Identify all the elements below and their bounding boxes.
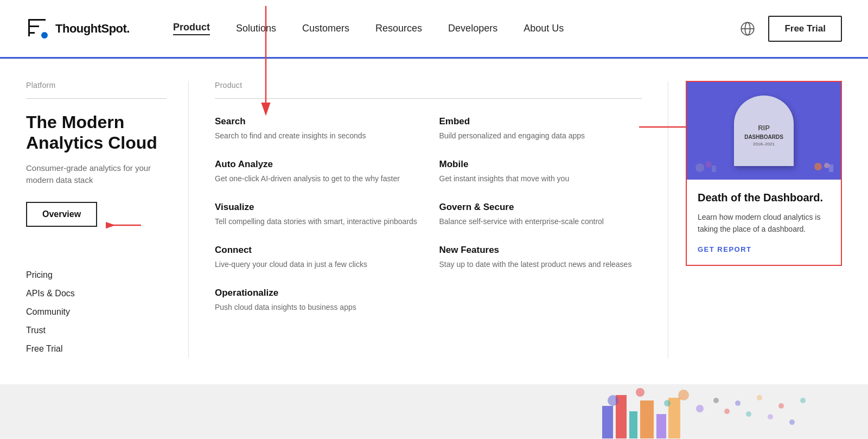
nav-developers[interactable]: Developers xyxy=(448,23,497,34)
svg-point-30 xyxy=(696,405,704,412)
svg-rect-2 xyxy=(28,26,39,27)
side-link-apis[interactable]: APIs & Docs xyxy=(26,289,167,298)
product-item-search[interactable]: Search Search to find and create insight… xyxy=(215,116,418,142)
svg-point-32 xyxy=(724,409,730,414)
nav-resources[interactable]: Resources xyxy=(375,23,422,34)
middle-panel: Product Search Search to find and create… xyxy=(189,81,668,358)
product-item-mobile-title: Mobile xyxy=(439,159,642,170)
product-item-embed-desc: Build personalized and engaging data app… xyxy=(439,130,642,142)
navbar-right: Free Trial xyxy=(740,16,842,42)
bottom-decorations xyxy=(597,384,814,438)
svg-point-37 xyxy=(778,403,784,409)
product-label: Product xyxy=(215,81,642,90)
svg-point-14 xyxy=(695,163,704,172)
svg-point-27 xyxy=(636,388,644,397)
tombstone-dates: 2018–2021 xyxy=(753,142,775,147)
product-item-new-features[interactable]: New Features Stay up to date with the la… xyxy=(439,245,642,270)
svg-rect-23 xyxy=(640,400,654,438)
product-item-operationalize[interactable]: Operationalize Push cloud data insights … xyxy=(215,288,418,313)
navbar-nav: Product Solutions Customers Resources De… xyxy=(173,22,740,35)
free-trial-button[interactable]: Free Trial xyxy=(768,16,842,42)
platform-subtitle: Consumer-grade analytics for your modern… xyxy=(26,162,167,187)
nav-solutions[interactable]: Solutions xyxy=(236,23,276,34)
overview-row: Overview xyxy=(26,202,167,249)
svg-point-34 xyxy=(746,411,751,417)
svg-rect-3 xyxy=(28,32,35,34)
tombstone-dash: DASHBOARDS xyxy=(744,134,783,141)
svg-point-38 xyxy=(789,419,795,425)
product-item-govern-title: Govern & Secure xyxy=(439,202,642,213)
svg-point-31 xyxy=(713,398,719,403)
product-item-auto-analyze[interactable]: Auto Analyze Get one-click AI-driven ana… xyxy=(215,159,418,184)
logo-icon xyxy=(26,17,50,41)
navbar: ThoughtSpot. Product Solutions Customers… xyxy=(0,0,868,59)
side-link-trust[interactable]: Trust xyxy=(26,326,167,335)
product-item-visualize[interactable]: Visualize Tell compelling data stories w… xyxy=(215,202,418,227)
svg-point-28 xyxy=(664,400,671,406)
product-item-new-features-title: New Features xyxy=(439,245,642,256)
right-panel: RIP DASHBOARDS 2018–2021 xyxy=(668,81,842,358)
arrow-left-annotation xyxy=(106,219,144,232)
product-item-auto-analyze-desc: Get one-click AI-driven analysis to get … xyxy=(215,173,418,184)
svg-rect-1 xyxy=(28,19,46,21)
svg-point-4 xyxy=(41,32,48,39)
svg-point-36 xyxy=(768,414,773,419)
deco-right xyxy=(813,157,834,175)
overview-button[interactable]: Overview xyxy=(26,202,97,227)
side-link-free-trial[interactable]: Free Trial xyxy=(26,344,167,354)
platform-label: Platform xyxy=(26,81,167,90)
bottom-area xyxy=(0,384,868,438)
logo-text: ThoughtSpot. xyxy=(55,22,130,36)
card-desc: Learn how modern cloud analytics is taki… xyxy=(698,211,830,236)
nav-about[interactable]: About Us xyxy=(524,23,564,34)
svg-rect-22 xyxy=(629,411,637,438)
svg-rect-20 xyxy=(602,406,613,438)
svg-rect-19 xyxy=(829,164,833,172)
deco-left xyxy=(695,157,717,175)
svg-point-15 xyxy=(705,161,712,168)
nav-product[interactable]: Product xyxy=(173,22,210,35)
svg-rect-16 xyxy=(712,166,716,172)
svg-point-18 xyxy=(824,163,829,168)
globe-icon[interactable] xyxy=(740,21,755,36)
svg-point-29 xyxy=(678,390,689,400)
product-item-govern-desc: Balance self-service with enterprise-sca… xyxy=(439,216,642,227)
product-item-search-title: Search xyxy=(215,116,418,127)
card-container: RIP DASHBOARDS 2018–2021 xyxy=(686,81,842,266)
product-item-auto-analyze-title: Auto Analyze xyxy=(215,159,418,170)
product-item-embed-title: Embed xyxy=(439,116,642,127)
page-wrapper: ThoughtSpot. Product Solutions Customers… xyxy=(0,0,868,438)
product-item-operationalize-desc: Push cloud data insights to business app… xyxy=(215,302,418,313)
platform-title: The Modern Analytics Cloud xyxy=(26,112,167,154)
panel-divider xyxy=(26,98,167,99)
tombstone: RIP DASHBOARDS 2018–2021 xyxy=(734,96,794,166)
get-report-link[interactable]: GET REPORT xyxy=(698,245,752,253)
product-item-visualize-desc: Tell compelling data stories with smart,… xyxy=(215,216,418,227)
card-image: RIP DASHBOARDS 2018–2021 xyxy=(687,82,841,180)
card-title: Death of the Dashboard. xyxy=(698,190,830,205)
product-item-connect[interactable]: Connect Live-query your cloud data in ju… xyxy=(215,245,418,270)
svg-point-33 xyxy=(735,400,741,406)
svg-point-17 xyxy=(814,163,822,170)
side-links: Pricing APIs & Docs Community Trust Free… xyxy=(26,270,167,354)
product-item-mobile[interactable]: Mobile Get instant insights that move wi… xyxy=(439,159,642,184)
product-item-mobile-desc: Get instant insights that move with you xyxy=(439,173,642,184)
product-item-connect-desc: Live-query your cloud data in just a few… xyxy=(215,259,418,270)
nav-customers[interactable]: Customers xyxy=(302,23,349,34)
product-item-embed[interactable]: Embed Build personalized and engaging da… xyxy=(439,116,642,142)
left-panel: Platform The Modern Analytics Cloud Cons… xyxy=(26,81,189,358)
product-item-search-desc: Search to find and create insights in se… xyxy=(215,130,418,142)
logo[interactable]: ThoughtSpot. xyxy=(26,17,130,41)
svg-rect-24 xyxy=(656,414,666,438)
svg-point-26 xyxy=(608,395,618,406)
side-link-pricing[interactable]: Pricing xyxy=(26,270,167,280)
product-item-connect-title: Connect xyxy=(215,245,418,256)
svg-point-39 xyxy=(800,398,806,403)
dropdown-menu: Platform The Modern Analytics Cloud Cons… xyxy=(0,59,868,384)
product-divider xyxy=(215,98,642,99)
svg-point-35 xyxy=(757,395,762,400)
product-items: Search Search to find and create insight… xyxy=(215,112,642,313)
product-item-operationalize-title: Operationalize xyxy=(215,288,418,298)
product-item-govern[interactable]: Govern & Secure Balance self-service wit… xyxy=(439,202,642,227)
side-link-community[interactable]: Community xyxy=(26,307,167,317)
